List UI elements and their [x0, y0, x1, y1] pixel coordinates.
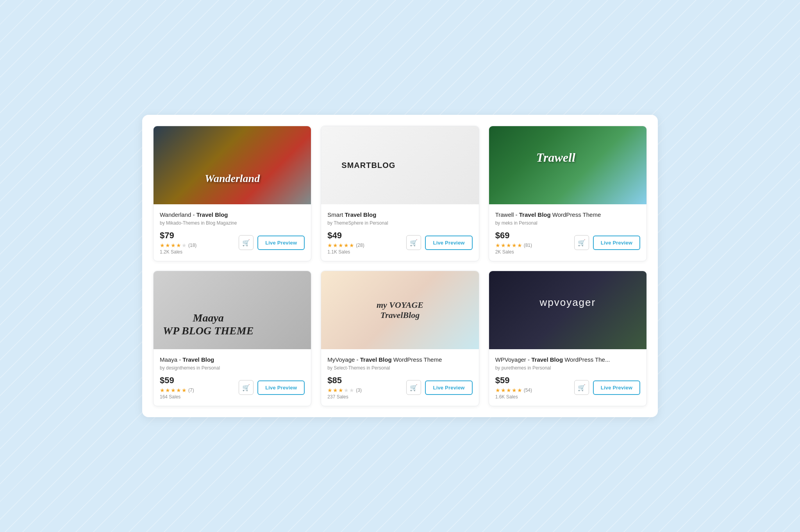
- card-author-myvoyage: by Select-Themes in Personal: [327, 365, 472, 371]
- card-actions-smartblog: 🛒 Live Preview: [406, 235, 472, 250]
- cart-icon: 🛒: [578, 239, 586, 246]
- card-rating-row-wpvoyager: ★★★★★ (54): [495, 387, 532, 393]
- live-preview-button-trawell[interactable]: Live Preview: [593, 236, 640, 250]
- card-title-myvoyage: MyVoyage - Travel Blog WordPress Theme: [327, 355, 472, 364]
- card-body-smartblog: Smart Travel Blog by ThemeSphere in Pers…: [321, 204, 479, 261]
- star-full: ★: [495, 242, 500, 248]
- star-full: ★: [171, 387, 176, 393]
- product-card-maaya: Maaya - Travel Blog by designthemes in P…: [153, 271, 311, 406]
- star-full: ★: [501, 242, 506, 248]
- card-rating-row-myvoyage: ★★★★★ (3): [327, 387, 362, 393]
- card-author-smartblog: by ThemeSphere in Personal: [327, 220, 472, 226]
- card-title-bold: Travel Blog: [531, 356, 563, 363]
- card-body-trawell: Trawell - Travel Blog WordPress Theme by…: [489, 204, 646, 261]
- live-preview-button-maaya[interactable]: Live Preview: [257, 380, 305, 395]
- sales-count-wanderland: 1.2K Sales: [160, 249, 196, 255]
- card-actions-wpvoyager: 🛒 Live Preview: [574, 380, 640, 395]
- star-empty: ★: [182, 242, 187, 248]
- card-pricing-trawell: $69 ★★★★★ (81) 2K Sales: [495, 230, 532, 255]
- card-price-trawell: $69: [495, 230, 532, 241]
- card-footer-maaya: $59 ★★★★★ (7) 164 Sales 🛒 Live Preview: [160, 375, 305, 400]
- live-preview-button-wanderland[interactable]: Live Preview: [257, 236, 305, 250]
- card-body-maaya: Maaya - Travel Blog by designthemes in P…: [154, 349, 311, 406]
- product-grid-container: Wanderland - Travel Blog by Mikado-Theme…: [142, 115, 658, 417]
- card-rating-row-trawell: ★★★★★ (81): [495, 242, 532, 248]
- card-title-wpvoyager: WPVoyager - Travel Blog WordPress The...: [495, 355, 640, 364]
- card-image-myvoyage: [321, 271, 479, 349]
- star-empty: ★: [349, 387, 354, 393]
- card-title-bold: Travel Blog: [360, 356, 392, 363]
- add-to-cart-button-maaya[interactable]: 🛒: [239, 380, 254, 395]
- card-author-wpvoyager: by purethemes in Personal: [495, 365, 640, 371]
- star-full: ★: [501, 387, 506, 393]
- cart-icon: 🛒: [410, 239, 418, 246]
- card-title-bold: Travel Blog: [345, 211, 377, 218]
- product-card-smartblog: Smart Travel Blog by ThemeSphere in Pers…: [321, 126, 479, 261]
- card-footer-smartblog: $49 ★★★★★ (28) 1.1K Sales 🛒 Live Preview: [327, 230, 472, 255]
- sales-count-myvoyage: 237 Sales: [327, 394, 362, 400]
- product-card-trawell: Trawell - Travel Blog WordPress Theme by…: [489, 126, 647, 261]
- star-full: ★: [333, 387, 338, 393]
- star-half: ★: [182, 387, 187, 393]
- card-title-maaya: Maaya - Travel Blog: [160, 355, 305, 364]
- star-full: ★: [160, 387, 165, 393]
- card-footer-trawell: $69 ★★★★★ (81) 2K Sales 🛒 Live Preview: [495, 230, 640, 255]
- card-title-bold: Travel Blog: [519, 211, 551, 218]
- card-actions-maaya: 🛒 Live Preview: [239, 380, 305, 395]
- live-preview-button-smartblog[interactable]: Live Preview: [425, 236, 472, 250]
- card-pricing-smartblog: $49 ★★★★★ (28) 1.1K Sales: [327, 230, 364, 255]
- sales-count-trawell: 2K Sales: [495, 249, 532, 255]
- card-image-wanderland: [154, 126, 311, 204]
- product-card-wanderland: Wanderland - Travel Blog by Mikado-Theme…: [153, 126, 311, 261]
- add-to-cart-button-smartblog[interactable]: 🛒: [406, 235, 421, 250]
- card-title-prefix: Maaya -: [160, 356, 182, 363]
- star-rating: ★★★★★: [495, 387, 522, 393]
- cart-icon: 🛒: [578, 384, 586, 391]
- card-rating-row-smartblog: ★★★★★ (28): [327, 242, 364, 248]
- card-actions-myvoyage: 🛒 Live Preview: [406, 380, 472, 395]
- card-price-wanderland: $79: [160, 230, 196, 241]
- card-pricing-wanderland: $79 ★★★★★ (18) 1.2K Sales: [160, 230, 196, 255]
- star-full: ★: [165, 387, 170, 393]
- card-author-trawell: by meks in Personal: [495, 220, 640, 226]
- star-full: ★: [171, 242, 176, 248]
- card-body-wpvoyager: WPVoyager - Travel Blog WordPress The...…: [489, 349, 646, 406]
- star-full: ★: [506, 242, 511, 248]
- star-full: ★: [338, 242, 343, 248]
- star-rating: ★★★★★: [160, 387, 187, 393]
- star-full: ★: [165, 242, 170, 248]
- rating-count-myvoyage: (3): [356, 387, 362, 393]
- live-preview-button-wpvoyager[interactable]: Live Preview: [593, 380, 640, 395]
- live-preview-button-myvoyage[interactable]: Live Preview: [425, 380, 472, 395]
- add-to-cart-button-trawell[interactable]: 🛒: [574, 235, 589, 250]
- card-body-wanderland: Wanderland - Travel Blog by Mikado-Theme…: [154, 204, 311, 261]
- star-full: ★: [176, 387, 181, 393]
- card-image-trawell: [489, 126, 646, 204]
- rating-count-trawell: (81): [524, 243, 532, 248]
- add-to-cart-button-wpvoyager[interactable]: 🛒: [574, 380, 589, 395]
- card-pricing-myvoyage: $85 ★★★★★ (3) 237 Sales: [327, 375, 362, 400]
- star-full: ★: [495, 387, 500, 393]
- star-full: ★: [512, 387, 517, 393]
- card-title-prefix: Wanderland -: [160, 211, 196, 218]
- card-title-prefix: Trawell -: [495, 211, 519, 218]
- card-title-prefix: MyVoyage -: [327, 356, 360, 363]
- card-image-smartblog: [321, 126, 479, 204]
- card-price-myvoyage: $85: [327, 375, 362, 386]
- card-price-smartblog: $49: [327, 230, 364, 241]
- star-empty: ★: [344, 387, 349, 393]
- star-half: ★: [338, 387, 343, 393]
- cart-icon: 🛒: [410, 384, 418, 391]
- card-actions-wanderland: 🛒 Live Preview: [239, 235, 305, 250]
- card-rating-row-wanderland: ★★★★★ (18): [160, 242, 196, 248]
- add-to-cart-button-wanderland[interactable]: 🛒: [239, 235, 254, 250]
- star-rating: ★★★★★: [327, 387, 354, 393]
- rating-count-maaya: (7): [188, 387, 194, 393]
- star-half: ★: [349, 242, 354, 248]
- add-to-cart-button-myvoyage[interactable]: 🛒: [406, 380, 421, 395]
- rating-count-wpvoyager: (54): [524, 387, 532, 393]
- card-actions-trawell: 🛒 Live Preview: [574, 235, 640, 250]
- card-footer-wanderland: $79 ★★★★★ (18) 1.2K Sales 🛒 Live Preview: [160, 230, 305, 255]
- card-title-bold: Travel Blog: [182, 356, 214, 363]
- product-grid: Wanderland - Travel Blog by Mikado-Theme…: [153, 126, 647, 406]
